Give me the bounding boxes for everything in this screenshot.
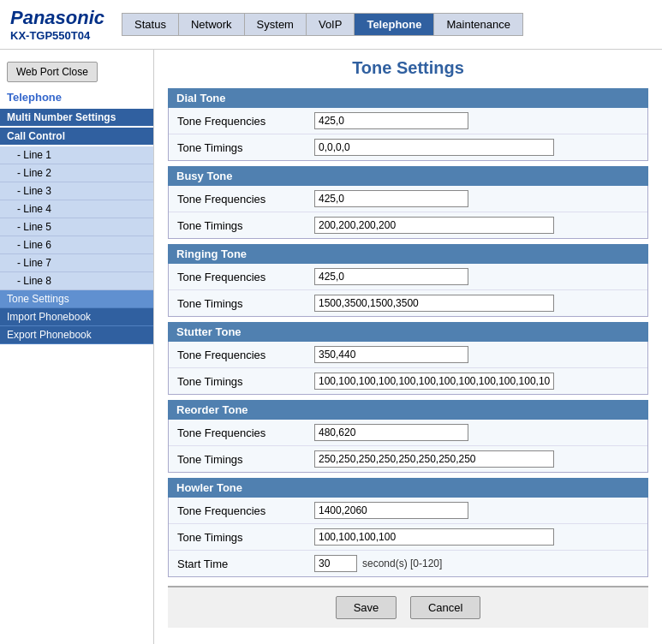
howler-tone-body: Tone Frequencies Tone Timings Start Time (168, 498, 648, 577)
reorder-tone-header: Reorder Tone (168, 400, 648, 420)
reorder-tone-body: Tone Frequencies Tone Timings (168, 420, 648, 473)
reorder-tone-section: Reorder Tone Tone Frequencies Tone Timin… (168, 400, 648, 473)
busy-tone-freq-row: Tone Frequencies (169, 186, 647, 212)
sidebar-call-control[interactable]: Call Control (0, 128, 153, 145)
sidebar-multi-number[interactable]: Multi Number Settings (0, 109, 153, 126)
sidebar-line-6[interactable]: - Line 6 (0, 236, 153, 254)
howler-tone-timing-input[interactable] (314, 528, 554, 546)
sidebar-line-7[interactable]: - Line 7 (0, 254, 153, 272)
busy-tone-freq-input-wrap (314, 190, 468, 207)
sidebar-line-1[interactable]: - Line 1 (0, 146, 153, 164)
reorder-tone-timing-input[interactable] (314, 450, 554, 468)
brand-model: KX-TGP550T04 (10, 29, 104, 42)
stutter-tone-timing-row: Tone Timings (169, 368, 647, 394)
ringing-tone-freq-label: Tone Frequencies (177, 271, 314, 283)
reorder-tone-freq-input-wrap (314, 424, 468, 441)
sidebar-tone-settings[interactable]: Tone Settings (0, 290, 153, 308)
save-button[interactable]: Save (336, 596, 397, 619)
ringing-tone-timing-input-wrap (314, 295, 554, 312)
stutter-tone-timing-input[interactable] (314, 373, 554, 390)
sidebar-line-3[interactable]: - Line 3 (0, 182, 153, 200)
ringing-tone-body: Tone Frequencies Tone Timings (168, 264, 648, 317)
howler-tone-timing-row: Tone Timings (169, 524, 647, 551)
howler-tone-freq-label: Tone Frequencies (177, 504, 314, 517)
howler-tone-freq-input[interactable] (314, 502, 468, 519)
content: Tone Settings Dial Tone Tone Frequencies… (154, 50, 662, 644)
dial-tone-timing-row: Tone Timings (169, 134, 647, 160)
reorder-tone-freq-input[interactable] (314, 424, 468, 441)
ringing-tone-timing-label: Tone Timings (177, 297, 314, 310)
dial-tone-freq-label: Tone Frequencies (177, 115, 314, 128)
howler-tone-starttime-label: Start Time (177, 558, 314, 570)
ringing-tone-timing-input[interactable] (314, 295, 554, 312)
dial-tone-freq-input[interactable] (314, 112, 468, 129)
header: Panasonic KX-TGP550T04 Status Network Sy… (0, 0, 662, 50)
busy-tone-body: Tone Frequencies Tone Timings (168, 186, 648, 239)
tab-telephone[interactable]: Telephone (354, 13, 433, 36)
busy-tone-freq-label: Tone Frequencies (177, 193, 314, 206)
sidebar: Web Port Close Telephone Multi Number Se… (0, 50, 154, 644)
reorder-tone-timing-input-wrap (314, 450, 554, 468)
reorder-tone-timing-label: Tone Timings (177, 453, 314, 466)
howler-tone-starttime-input[interactable] (314, 555, 357, 572)
busy-tone-timing-input-wrap (314, 217, 554, 234)
dial-tone-timing-label: Tone Timings (177, 141, 314, 154)
howler-tone-starttime-input-wrap: second(s) [0-120] (314, 555, 442, 572)
howler-tone-timing-label: Tone Timings (177, 531, 314, 544)
ringing-tone-freq-input[interactable] (314, 268, 468, 285)
howler-tone-starttime-row: Start Time second(s) [0-120] (169, 551, 647, 576)
sidebar-telephone-title[interactable]: Telephone (0, 87, 153, 107)
dial-tone-freq-input-wrap (314, 112, 468, 129)
tab-status[interactable]: Status (122, 13, 178, 36)
stutter-tone-section: Stutter Tone Tone Frequencies Tone Timin… (168, 322, 648, 395)
howler-tone-starttime-suffix: second(s) [0-120] (362, 558, 442, 569)
stutter-tone-freq-input-wrap (314, 346, 468, 363)
dial-tone-header: Dial Tone (168, 88, 648, 108)
dial-tone-freq-row: Tone Frequencies (169, 108, 647, 134)
sidebar-import-phonebook[interactable]: Import Phonebook (0, 308, 153, 326)
busy-tone-timing-row: Tone Timings (169, 212, 647, 238)
ringing-tone-freq-input-wrap (314, 268, 468, 285)
dial-tone-body: Tone Frequencies Tone Timings (168, 108, 648, 161)
ringing-tone-timing-row: Tone Timings (169, 290, 647, 316)
dial-tone-section: Dial Tone Tone Frequencies Tone Timings (168, 88, 648, 161)
web-port-close-button[interactable]: Web Port Close (7, 62, 98, 82)
busy-tone-timing-label: Tone Timings (177, 219, 314, 232)
sidebar-line-5[interactable]: - Line 5 (0, 218, 153, 236)
busy-tone-header: Busy Tone (168, 166, 648, 186)
tab-system[interactable]: System (244, 13, 306, 36)
howler-tone-section: Howler Tone Tone Frequencies Tone Timing… (168, 478, 648, 577)
ringing-tone-freq-row: Tone Frequencies (169, 264, 647, 290)
stutter-tone-freq-label: Tone Frequencies (177, 349, 314, 361)
tab-maintenance[interactable]: Maintenance (433, 13, 522, 36)
stutter-tone-freq-input[interactable] (314, 346, 468, 363)
busy-tone-freq-input[interactable] (314, 190, 468, 207)
busy-tone-timing-input[interactable] (314, 217, 554, 234)
ringing-tone-section: Ringing Tone Tone Frequencies Tone Timin… (168, 244, 648, 317)
ringing-tone-header: Ringing Tone (168, 244, 648, 264)
brand: Panasonic KX-TGP550T04 (10, 7, 104, 42)
footer: Save Cancel (168, 586, 648, 628)
sidebar-export-phonebook[interactable]: Export Phonebook (0, 326, 153, 344)
tab-voip[interactable]: VoIP (306, 13, 354, 36)
sidebar-line-4[interactable]: - Line 4 (0, 200, 153, 218)
cancel-button[interactable]: Cancel (410, 596, 480, 619)
sidebar-line-8[interactable]: - Line 8 (0, 272, 153, 290)
brand-logo: Panasonic (10, 7, 104, 29)
nav-tabs: Status Network System VoIP Telephone Mai… (122, 13, 523, 36)
dial-tone-timing-input[interactable] (314, 139, 554, 156)
sidebar-line-2[interactable]: - Line 2 (0, 164, 153, 182)
howler-tone-freq-input-wrap (314, 502, 468, 519)
web-port-close-container: Web Port Close (7, 62, 146, 82)
reorder-tone-timing-row: Tone Timings (169, 446, 647, 472)
busy-tone-section: Busy Tone Tone Frequencies Tone Timings (168, 166, 648, 239)
stutter-tone-body: Tone Frequencies Tone Timings (168, 342, 648, 395)
stutter-tone-header: Stutter Tone (168, 322, 648, 342)
howler-tone-timing-input-wrap (314, 528, 554, 546)
reorder-tone-freq-label: Tone Frequencies (177, 426, 314, 439)
howler-tone-freq-row: Tone Frequencies (169, 498, 647, 524)
stutter-tone-timing-label: Tone Timings (177, 375, 314, 388)
main-layout: Web Port Close Telephone Multi Number Se… (0, 50, 662, 644)
page-title: Tone Settings (168, 58, 648, 78)
tab-network[interactable]: Network (178, 13, 244, 36)
